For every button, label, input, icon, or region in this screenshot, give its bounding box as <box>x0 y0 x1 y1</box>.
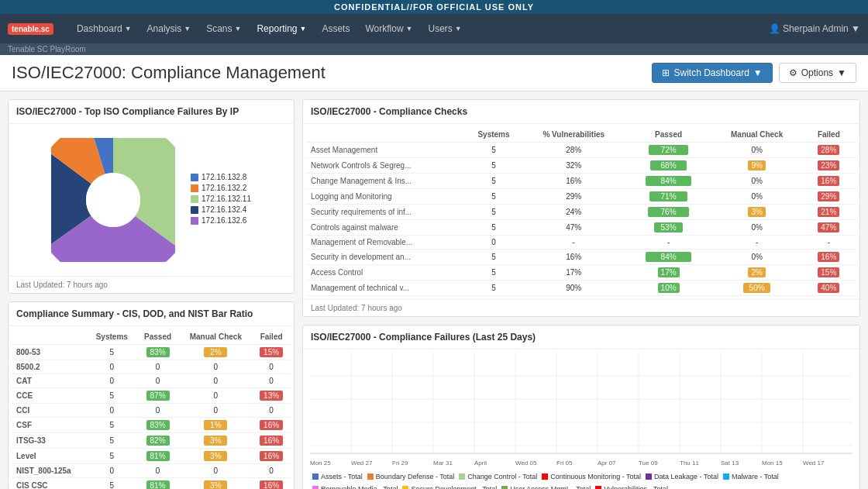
svg-text:Wed 17: Wed 17 <box>803 460 825 467</box>
legend-item-4: 172.16.132.6 <box>191 216 251 225</box>
summary-row: CAT0000 <box>12 374 291 388</box>
checks-table: Systems % Vulnerabilities Passed Manual … <box>306 127 856 296</box>
main-content: ISO/IEC27000 - Top ISO Compliance Failur… <box>0 91 868 489</box>
grid-icon: ⊞ <box>662 67 670 78</box>
checks-row: Asset Management528%72%0%28% <box>306 143 856 158</box>
nav-analysis[interactable]: Analysis ▼ <box>140 14 199 43</box>
page-title: ISO/IEC27000: Compliance Management <box>12 63 326 83</box>
chart-area: Mon 25 Wed 27 Fri 29 Mar 31 April Wed 05… <box>306 353 856 469</box>
chart-legend-color <box>501 486 508 489</box>
options-button[interactable]: ⚙ Options ▼ <box>779 63 856 83</box>
legend-color-0 <box>191 174 198 181</box>
pie-chart-title: ISO/IEC27000 - Top ISO Compliance Failur… <box>9 100 294 124</box>
chart-legend-color <box>723 474 729 480</box>
pie-container: 172.16.132.8 172.16.132.2 172.16.132.11 <box>15 130 288 270</box>
logo: tenable.sc <box>8 23 53 35</box>
summary-row: CCI0000 <box>12 404 291 418</box>
nav-workflow[interactable]: Workflow ▼ <box>357 14 420 43</box>
chart-legend-color <box>646 474 652 480</box>
legend-color-2 <box>191 195 198 203</box>
compliance-checks-footer: Last Updated: 7 hours ago <box>303 299 859 316</box>
legend-item-3: 172.16.132.4 <box>191 205 251 214</box>
chart-legend-color <box>367 474 374 480</box>
switch-dashboard-button[interactable]: ⊞ Switch Dashboard ▼ <box>652 63 772 83</box>
pie-svg <box>51 138 175 262</box>
legend-color-3 <box>191 206 198 214</box>
compliance-summary-body: Systems Passed Manual Check Failed 800-5… <box>9 326 294 489</box>
gear-icon: ⚙ <box>789 67 797 78</box>
summary-row: NIST_800-125a0000 <box>12 464 291 478</box>
chart-legend-item: Removable Media - Total <box>312 485 398 489</box>
svg-text:Tue 09: Tue 09 <box>639 460 658 467</box>
pie-chart-panel: ISO/IEC27000 - Top ISO Compliance Failur… <box>8 99 294 294</box>
compliance-summary-title: Compliance Summary - CIS, DOD, and NIST … <box>9 302 294 326</box>
svg-text:Apr 07: Apr 07 <box>598 460 616 467</box>
chart-legend: Assets - TotalBoundary Defense - TotalCh… <box>306 469 856 489</box>
svg-text:Fri 05: Fri 05 <box>556 460 573 467</box>
legend-color-4 <box>191 217 198 225</box>
checks-row: Management of Removable...0---- <box>306 236 856 250</box>
navbar-subtitle: Tenable SC PlayRoom <box>0 43 868 55</box>
summary-row: CIS CSC581%3%16% <box>12 478 291 490</box>
summary-row: CCE587%013% <box>12 388 291 404</box>
svg-text:April: April <box>474 460 487 467</box>
legend-item-2: 172.16.132.11 <box>191 195 251 203</box>
chart-legend-item: Malware - Total <box>723 473 779 480</box>
svg-text:Mon 25: Mon 25 <box>310 460 331 467</box>
nav-scans[interactable]: Scans ▼ <box>198 14 249 43</box>
page-actions: ⊞ Switch Dashboard ▼ ⚙ Options ▼ <box>652 63 856 83</box>
summary-row: ITSG-33582%3%16% <box>12 433 291 449</box>
chart-legend-item: Boundary Defense - Total <box>367 473 454 480</box>
compliance-checks-title: ISO/IEC27000 - Compliance Checks <box>303 100 859 124</box>
compliance-summary-panel: Compliance Summary - CIS, DOD, and NIST … <box>8 301 294 489</box>
chart-legend-item: Change Control - Total <box>459 473 537 480</box>
pie-chart-body: 172.16.132.8 172.16.132.2 172.16.132.11 <box>9 124 294 276</box>
navbar: tenable.sc Dashboard ▼ Analysis ▼ Scans … <box>0 14 868 43</box>
checks-row: Network Controls & Segreg...532%68%9%23% <box>306 158 856 174</box>
checks-row: Controls against malware547%53%0%47% <box>306 220 856 236</box>
chart-legend-item: Data Leakage - Total <box>646 473 718 480</box>
chart-legend-item: User Access MgmL - Total <box>501 485 591 489</box>
chart-legend-color <box>312 474 319 480</box>
compliance-checks-panel: ISO/IEC27000 - Compliance Checks Systems… <box>302 99 860 317</box>
checks-row: Management of technical v...590%10%50%40… <box>306 281 856 296</box>
user-menu[interactable]: 👤 Sherpain Admin ▼ <box>769 23 860 34</box>
checks-row: Change Management & Ins...516%84%0%16% <box>306 174 856 189</box>
chart-legend-color <box>459 474 465 480</box>
compliance-failures-title: ISO/IEC27000 - Compliance Failures (Last… <box>303 325 859 350</box>
navbar-menu: Dashboard ▼ Analysis ▼ Scans ▼ Reporting… <box>69 14 769 43</box>
chart-legend-color <box>312 486 319 489</box>
checks-row: Security requirements of inf...524%76%3%… <box>306 205 856 220</box>
svg-text:Mar 31: Mar 31 <box>433 460 453 467</box>
summary-row: 800-53583%2%15% <box>12 345 291 360</box>
chart-legend-color <box>542 474 548 480</box>
svg-text:Fri 29: Fri 29 <box>392 460 408 467</box>
svg-text:Thu 11: Thu 11 <box>680 460 699 467</box>
page-header: ISO/IEC27000: Compliance Management ⊞ Sw… <box>0 55 868 91</box>
nav-users[interactable]: Users ▼ <box>420 14 469 43</box>
compliance-failures-body: Mon 25 Wed 27 Fri 29 Mar 31 April Wed 05… <box>303 350 859 489</box>
chart-legend-item: Vulnerabilities - Total <box>595 485 668 489</box>
brand: tenable.sc <box>8 23 57 35</box>
nav-assets[interactable]: Assets <box>314 14 357 43</box>
summary-table: Systems Passed Manual Check Failed 800-5… <box>12 329 291 489</box>
chart-legend-item: Assets - Total <box>312 473 363 480</box>
chart-legend-color <box>595 486 601 489</box>
chart-legend-item: Secure Development - Total <box>402 485 497 489</box>
svg-text:Wed 05: Wed 05 <box>515 460 537 467</box>
confidential-bar-top: CONFIDENTIAL//FOR OFFICIAL USE ONLY <box>0 0 868 14</box>
summary-row: 8500.20000 <box>12 360 291 374</box>
chart-svg: Mon 25 Wed 27 Fri 29 Mar 31 April Wed 05… <box>306 353 856 469</box>
svg-text:Wed 27: Wed 27 <box>351 460 373 467</box>
summary-row: CSF583%1%16% <box>12 418 291 433</box>
compliance-failures-panel: ISO/IEC27000 - Compliance Failures (Last… <box>302 325 860 489</box>
chart-legend-item: Continuous Monitoring - Total <box>542 473 641 480</box>
svg-point-5 <box>86 173 140 227</box>
nav-dashboard[interactable]: Dashboard ▼ <box>69 14 140 43</box>
left-panels: ISO/IEC27000 - Top ISO Compliance Failur… <box>8 99 294 489</box>
nav-reporting[interactable]: Reporting ▼ <box>249 14 314 43</box>
right-panels: ISO/IEC27000 - Compliance Checks Systems… <box>302 99 860 489</box>
compliance-checks-body: Systems % Vulnerabilities Passed Manual … <box>303 124 859 299</box>
checks-row: Access Control517%17%2%15% <box>306 265 856 281</box>
user-icon: 👤 <box>769 23 780 34</box>
